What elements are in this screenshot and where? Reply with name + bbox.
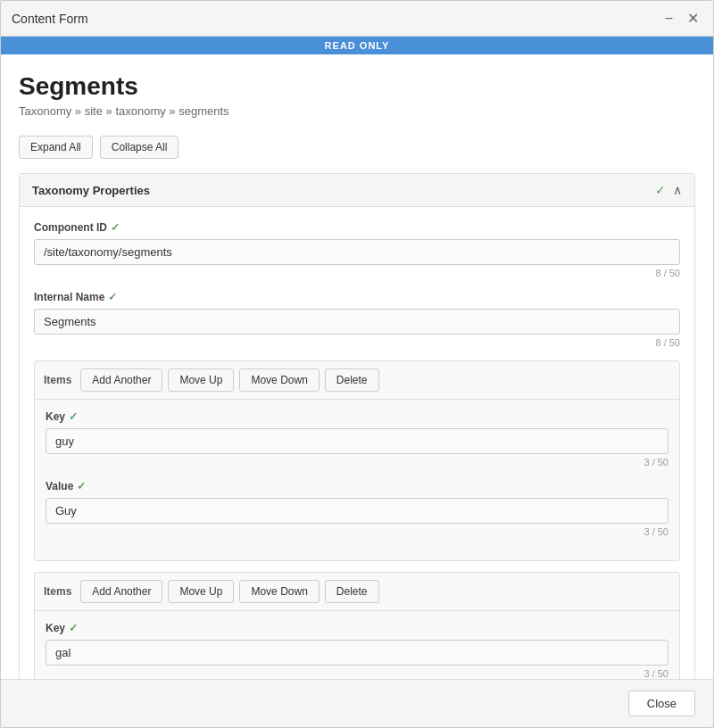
- move-down-button-1[interactable]: Move Down: [239, 368, 319, 392]
- breadcrumb: Taxonomy » site » taxonomy » segments: [19, 104, 695, 118]
- component-id-input[interactable]: [34, 239, 680, 265]
- expand-all-button[interactable]: Expand All: [19, 136, 93, 159]
- value-char-count-1: 3 / 50: [46, 526, 668, 537]
- section-body: Component ID ✓ 8 / 50 Internal Name ✓ 8 …: [20, 207, 694, 679]
- items-card-1: Items Add Another Move Up Move Down Dele…: [34, 360, 680, 561]
- toolbar: Expand All Collapse All: [19, 136, 695, 159]
- key-valid-icon-2: ✓: [69, 622, 78, 634]
- close-button[interactable]: Close: [628, 691, 695, 716]
- value-field-group-1: Value ✓ 3 / 50: [46, 480, 668, 537]
- key-char-count-1: 3 / 50: [46, 457, 668, 467]
- key-input-2[interactable]: [46, 640, 668, 666]
- move-up-button-1[interactable]: Move Up: [168, 368, 234, 392]
- key-input-1[interactable]: [46, 428, 668, 454]
- internal-name-valid-icon: ✓: [108, 291, 117, 303]
- title-bar: Content Form − ✕: [1, 1, 713, 37]
- section-valid-icon: ✓: [655, 183, 666, 197]
- window-title: Content Form: [12, 12, 88, 26]
- move-up-button-2[interactable]: Move Up: [168, 580, 234, 603]
- move-down-button-2[interactable]: Move Down: [239, 580, 319, 603]
- internal-name-field-group: Internal Name ✓ 8 / 50: [34, 291, 680, 348]
- delete-button-2[interactable]: Delete: [325, 580, 379, 603]
- items-toolbar-2: Items Add Another Move Up Move Down Dele…: [35, 573, 679, 611]
- component-id-field-group: Component ID ✓ 8 / 50: [34, 221, 680, 278]
- key-field-group-2: Key ✓ 3 / 50: [46, 622, 668, 679]
- items-toolbar-1: Items Add Another Move Up Move Down Dele…: [35, 361, 679, 400]
- read-only-banner: READ ONLY: [1, 37, 713, 54]
- component-id-label: Component ID ✓: [34, 221, 680, 234]
- content-area: Segments Taxonomy » site » taxonomy » se…: [1, 54, 713, 679]
- internal-name-input[interactable]: [34, 309, 680, 335]
- footer: Close: [1, 679, 713, 727]
- value-valid-icon-1: ✓: [77, 480, 86, 492]
- collapse-all-button[interactable]: Collapse All: [100, 136, 179, 159]
- add-another-button-1[interactable]: Add Another: [80, 368, 162, 392]
- value-label-1: Value ✓: [46, 480, 668, 492]
- section-header-icons: ✓ ∧: [655, 183, 682, 197]
- items-body-1: Key ✓ 3 / 50 Value ✓: [35, 400, 679, 560]
- items-card-2: Items Add Another Move Up Move Down Dele…: [34, 572, 680, 679]
- internal-name-label: Internal Name ✓: [34, 291, 680, 303]
- taxonomy-properties-section: Taxonomy Properties ✓ ∧ Component ID ✓ 8…: [19, 173, 695, 679]
- page-title: Segments: [19, 72, 695, 101]
- component-id-valid-icon: ✓: [111, 221, 120, 234]
- value-input-1[interactable]: [46, 498, 668, 524]
- items-label-1: Items: [44, 374, 71, 386]
- section-collapse-icon[interactable]: ∧: [673, 183, 682, 197]
- add-another-button-2[interactable]: Add Another: [80, 580, 162, 603]
- minimize-button[interactable]: −: [661, 10, 677, 28]
- internal-name-char-count: 8 / 50: [34, 337, 680, 348]
- key-char-count-2: 3 / 50: [46, 668, 668, 679]
- component-id-char-count: 8 / 50: [34, 268, 680, 278]
- key-field-group-1: Key ✓ 3 / 50: [46, 410, 668, 467]
- key-valid-icon-1: ✓: [69, 410, 78, 423]
- section-title: Taxonomy Properties: [32, 184, 150, 197]
- delete-button-1[interactable]: Delete: [325, 368, 379, 392]
- content-form-window: Content Form − ✕ READ ONLY Segments Taxo…: [0, 0, 714, 728]
- section-header: Taxonomy Properties ✓ ∧: [20, 174, 694, 207]
- items-body-2: Key ✓ 3 / 50 Value ✓: [35, 611, 679, 679]
- window-controls: − ✕: [661, 10, 702, 28]
- close-window-button[interactable]: ✕: [684, 10, 702, 28]
- key-label-2: Key ✓: [46, 622, 668, 634]
- key-label-1: Key ✓: [46, 410, 668, 423]
- items-label-2: Items: [44, 585, 71, 598]
